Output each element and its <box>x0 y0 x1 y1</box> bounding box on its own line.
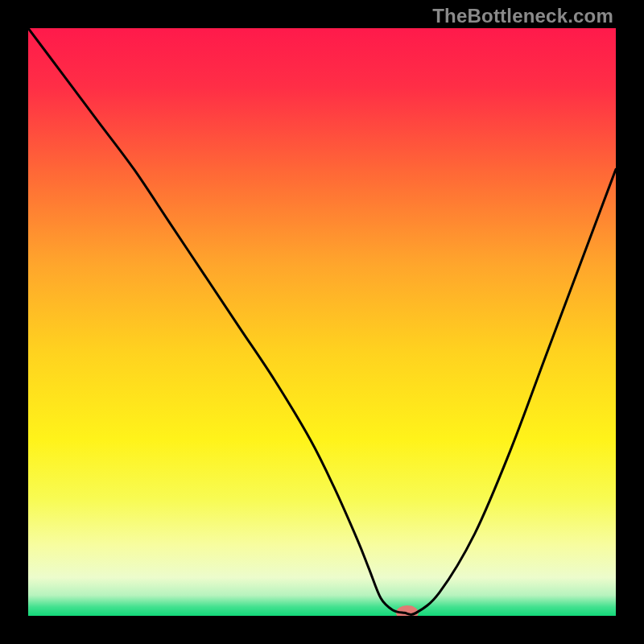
chart-frame: TheBottleneck.com <box>0 0 644 644</box>
gradient-background <box>28 28 616 616</box>
chart-svg <box>28 28 616 616</box>
watermark-text: TheBottleneck.com <box>432 5 613 27</box>
plot-area <box>28 28 616 616</box>
